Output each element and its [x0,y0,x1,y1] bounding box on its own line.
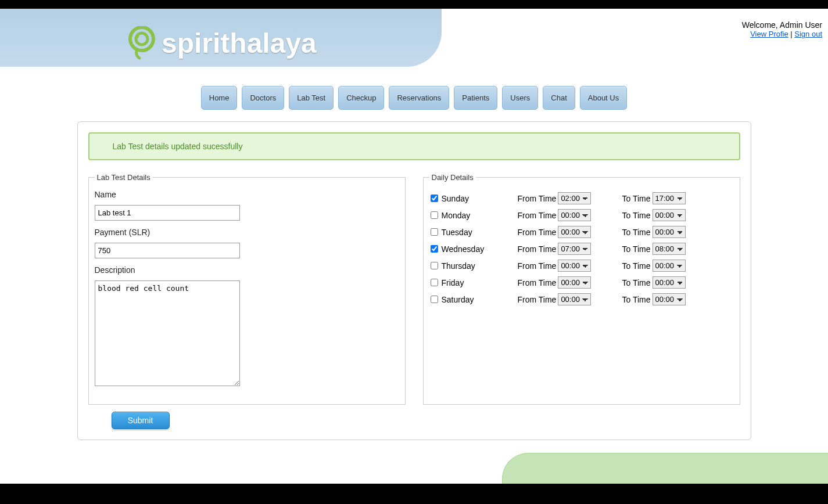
desc-label: Description [95,265,399,275]
to-time-label: To Time [622,244,651,254]
daily-legend: Daily Details [429,173,476,182]
to-time-label: To Time [622,228,651,237]
welcome-text: Welcome, Admin User [742,20,822,30]
window-top-bar [0,0,828,9]
to-time-select[interactable]: 17:00 [653,192,686,204]
day-checkbox[interactable] [431,279,438,286]
daily-row: MondayFrom Time00:00To Time00:00 [429,207,734,224]
from-time-label: From Time [518,295,557,304]
labtest-legend: Lab Test Details [95,173,153,182]
nav-home[interactable]: Home [201,86,238,110]
day-checkbox[interactable] [431,195,438,202]
page-header: spirithalaya Welcome, Admin User View Pr… [0,9,828,67]
from-time-label: From Time [518,194,557,203]
day-name: Thursday [442,261,475,271]
svg-point-1 [136,33,148,45]
from-time-select[interactable]: 00:00 [558,276,591,289]
to-time-select[interactable]: 00:00 [653,226,686,238]
to-time-select[interactable]: 00:00 [653,293,686,305]
nav-patients[interactable]: Patients [454,86,497,110]
day-checkbox[interactable] [431,262,438,269]
user-info: Welcome, Admin User View Profie | Sign o… [742,20,822,38]
svg-point-0 [130,27,153,51]
from-time-select[interactable]: 00:00 [558,260,591,272]
payment-field-group: Payment (SLR) [95,228,399,258]
day-checkbox[interactable] [431,245,438,253]
day-name: Sunday [442,194,469,203]
from-time-select[interactable]: 02:00 [558,192,591,204]
from-time-select[interactable]: 00:00 [558,209,591,221]
from-time-label: From Time [518,278,557,287]
daily-row: ThursdayFrom Time00:00To Time00:00 [429,257,734,274]
from-time-label: From Time [518,228,557,237]
day-checkbox[interactable] [431,296,438,303]
payment-input[interactable] [95,243,240,258]
nav-about[interactable]: About Us [580,86,627,110]
to-time-label: To Time [622,261,651,271]
from-time-select[interactable]: 00:00 [558,226,591,238]
form-columns: Lab Test Details Name Payment (SLR) Desc… [88,173,740,405]
desc-textarea[interactable] [95,280,240,386]
day-name: Wednesday [442,244,485,254]
nav-checkup[interactable]: Checkup [338,86,384,110]
desc-field-group: Description [95,265,399,388]
day-name: Saturday [442,295,474,304]
sep: | [788,30,795,38]
daily-row: WednesdayFrom Time07:00To Time08:00 [429,240,734,257]
labtest-details-fieldset: Lab Test Details Name Payment (SLR) Desc… [88,173,406,405]
day-checkbox[interactable] [431,228,438,236]
to-time-label: To Time [622,194,651,203]
day-checkbox[interactable] [431,211,438,219]
nav-doctors[interactable]: Doctors [242,86,284,110]
daily-rows-container: SundayFrom Time02:00To Time17:00MondayFr… [429,190,734,308]
to-time-select[interactable]: 00:00 [653,276,686,289]
daily-row: TuesdayFrom Time00:00To Time00:00 [429,224,734,240]
name-input[interactable] [95,205,240,221]
nav-labtest[interactable]: Lab Test [289,86,334,110]
svg-point-2 [135,35,139,38]
nav-chat[interactable]: Chat [543,86,575,110]
from-time-select[interactable]: 00:00 [558,293,591,305]
to-time-label: To Time [622,295,651,304]
daily-row: SundayFrom Time02:00To Time17:00 [429,190,734,207]
from-time-label: From Time [518,211,557,220]
to-time-label: To Time [622,211,651,220]
nav-reservations[interactable]: Reservations [389,86,449,110]
from-time-label: From Time [518,244,557,254]
sign-out-link[interactable]: Sign out [794,30,822,38]
brand-name: spirithalaya [162,27,317,59]
name-label: Name [95,190,399,199]
to-time-label: To Time [622,278,651,287]
submit-button[interactable]: Submit [112,412,170,429]
to-time-select[interactable]: 00:00 [653,209,686,221]
daily-row: FridayFrom Time00:00To Time00:00 [429,274,734,291]
name-field-group: Name [95,190,399,221]
daily-details-fieldset: Daily Details SundayFrom Time02:00To Tim… [423,173,740,405]
footer-decoration [502,453,828,475]
day-name: Friday [442,278,464,287]
day-name: Tuesday [442,228,472,237]
daily-row: SaturdayFrom Time00:00To Time00:00 [429,291,734,308]
to-time-select[interactable]: 00:00 [653,260,686,272]
from-time-label: From Time [518,261,557,271]
to-time-select[interactable]: 08:00 [653,243,686,255]
logo-icon [127,26,157,60]
day-name: Monday [442,211,471,220]
payment-label: Payment (SLR) [95,228,399,237]
view-profile-link[interactable]: View Profie [750,30,788,38]
main-content: Lab Test details updated sucessfully Lab… [77,121,751,440]
success-message: Lab Test details updated sucessfully [88,132,740,160]
from-time-select[interactable]: 07:00 [558,243,591,255]
nav-users[interactable]: Users [502,86,538,110]
logo: spirithalaya [127,26,317,60]
main-nav: Home Doctors Lab Test Checkup Reservatio… [0,86,828,110]
